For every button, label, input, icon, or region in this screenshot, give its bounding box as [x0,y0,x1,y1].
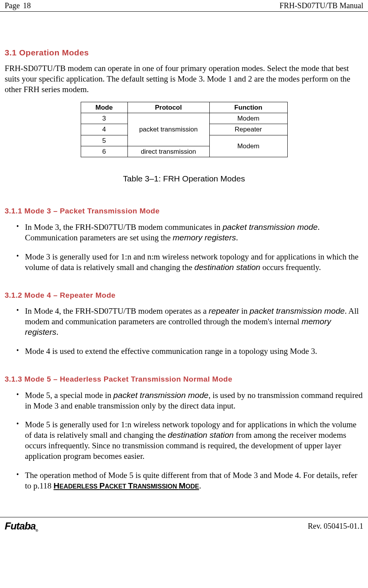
headerless-mode-link[interactable]: HEADERLESS PACKET TRANSMISSION MODE [53,481,199,490]
td-mode-3: 3 [81,113,127,124]
page-number: 18 [23,1,31,11]
section-heading: 3.1 Operation Modes [5,48,363,58]
sub3-bullet-1: Mode 5, a special mode in packet transmi… [16,390,363,411]
table-caption: Table 3–1: FRH Operation Modes [5,174,363,184]
td-fn-repeater: Repeater [209,124,287,135]
sub1-bullet-2: Mode 3 is generally used for 1:n and n:m… [16,252,363,273]
sub3-bullet-2: Mode 5 is generally used for 1:n wireles… [16,419,363,462]
sub2-bullet-1: In Mode 4, the FRH-SD07TU/TB modem opera… [16,306,363,338]
sub2-heading: 3.1.2 Mode 4 – Repeater Mode [5,291,363,300]
th-function: Function [209,102,287,113]
futaba-logo: Futaba® [5,520,38,533]
th-mode: Mode [81,102,127,113]
td-fn-modem2: Modem [209,135,287,157]
td-mode-6: 6 [81,146,127,157]
td-mode-5: 5 [81,135,127,146]
sub3-bullet-3: The operation method of Mode 5 is quite … [16,470,363,491]
sub2-bullet-2: Mode 4 is used to extend the effective c… [16,346,363,357]
sub1-heading: 3.1.1 Mode 3 – Packet Transmission Mode [5,206,363,216]
sub3-heading: 3.1.3 Mode 5 – Headerless Packet Transmi… [5,375,363,384]
td-mode-4: 4 [81,124,127,135]
td-fn-modem1: Modem [209,113,287,124]
td-packet: packet transmission [127,113,209,146]
section-intro: FRH-SD07TU/TB modem can operate in one o… [5,63,363,95]
page-footer: Futaba® Rev. 050415-01.1 [0,517,368,535]
page-header: Page 18 FRH-SD07TU/TB Manual [0,0,368,12]
page-label: Page [5,1,20,11]
td-direct: direct transmission [127,146,209,157]
revision: Rev. 050415-01.1 [308,521,363,531]
th-protocol: Protocol [127,102,209,113]
sub1-bullet-1: In Mode 3, the FRH-SD07TU/TB modem commu… [16,222,363,243]
manual-title: FRH-SD07TU/TB Manual [280,1,363,11]
operation-modes-table: Mode Protocol Function 3 packet transmis… [81,102,288,157]
